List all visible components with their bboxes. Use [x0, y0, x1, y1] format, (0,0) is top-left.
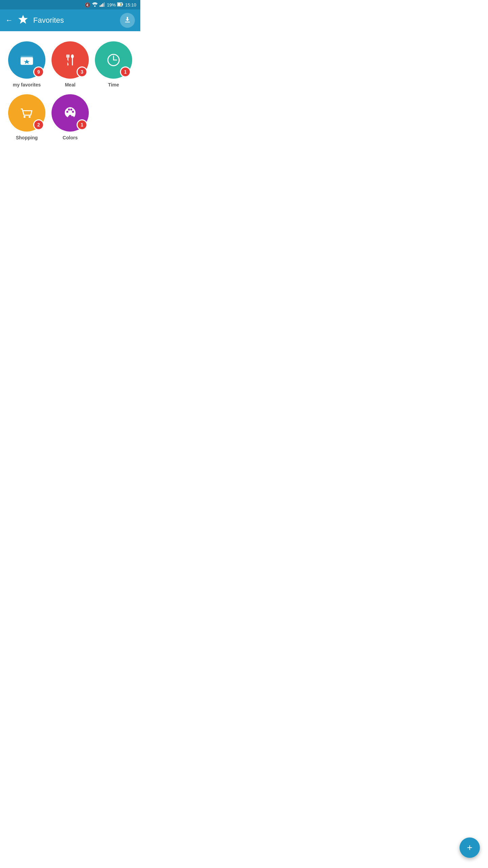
- svg-rect-7: [122, 3, 123, 5]
- svg-rect-1: [100, 5, 101, 7]
- app-bar: ← Favorites: [0, 9, 140, 31]
- category-item-my-favorites[interactable]: 9 my favorites: [7, 41, 47, 87]
- svg-point-26: [68, 108, 70, 111]
- circle-container-colors: 1: [52, 94, 89, 132]
- category-item-meal[interactable]: 3 Meal: [50, 41, 90, 87]
- favorites-star-icon: [18, 14, 28, 27]
- label-time: Time: [108, 82, 119, 87]
- badge-meal: 3: [77, 66, 87, 77]
- battery-icon: ⚡: [117, 2, 123, 7]
- mute-icon: 🔇: [85, 2, 90, 7]
- page-title: Favorites: [33, 16, 64, 25]
- svg-rect-2: [101, 4, 102, 7]
- categories-grid: 9 my favorites: [7, 41, 134, 140]
- label-my-favorites: my favorites: [13, 82, 41, 87]
- svg-point-25: [66, 111, 68, 113]
- svg-point-17: [71, 54, 74, 58]
- circle-container-shopping: 2: [8, 94, 45, 132]
- svg-point-0: [94, 5, 96, 7]
- svg-point-24: [28, 116, 30, 118]
- status-bar: 🔇 19% ⚡ 15:10: [0, 0, 140, 9]
- app-bar-left: ← Favorites: [5, 14, 64, 27]
- back-button[interactable]: ←: [5, 16, 13, 25]
- circle-container-my-favorites: 9: [8, 41, 45, 79]
- circle-container-meal: 3: [52, 41, 89, 79]
- category-item-colors[interactable]: 1 Colors: [50, 94, 90, 140]
- main-content: 9 my favorites: [0, 31, 140, 174]
- label-colors: Colors: [63, 135, 78, 140]
- wifi-icon: [92, 2, 98, 8]
- badge-shopping: 2: [33, 119, 44, 130]
- label-shopping: Shopping: [16, 135, 38, 140]
- svg-point-29: [69, 115, 72, 118]
- svg-point-23: [23, 116, 25, 118]
- category-item-shopping[interactable]: 2 Shopping: [7, 94, 47, 140]
- badge-colors: 1: [77, 119, 87, 130]
- svg-rect-4: [104, 2, 105, 7]
- signal-icon: [100, 2, 105, 8]
- download-button[interactable]: [120, 13, 135, 28]
- svg-rect-3: [102, 3, 103, 7]
- download-icon: [123, 16, 131, 25]
- badge-time: 1: [120, 66, 131, 77]
- svg-point-28: [72, 111, 74, 113]
- circle-container-time: 1: [95, 41, 132, 79]
- status-icons: 🔇 19% ⚡ 15:10: [85, 2, 136, 8]
- svg-point-27: [70, 108, 72, 111]
- label-meal: Meal: [65, 82, 75, 87]
- category-item-time[interactable]: 1 Time: [94, 41, 134, 87]
- battery-percent: 19%: [107, 2, 116, 7]
- badge-my-favorites: 9: [33, 66, 44, 77]
- svg-text:⚡: ⚡: [119, 3, 122, 6]
- status-time: 15:10: [125, 2, 136, 7]
- svg-marker-9: [18, 15, 28, 24]
